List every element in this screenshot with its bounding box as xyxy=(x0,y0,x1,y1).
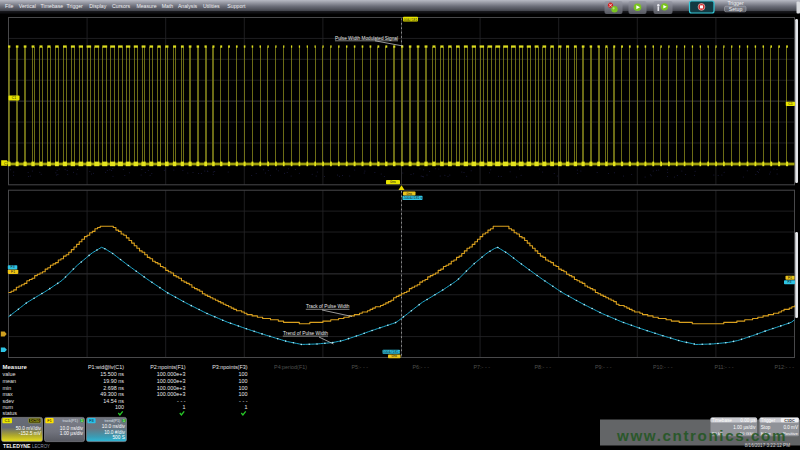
svg-text:-500&#181;s: -500&#181;s xyxy=(382,350,402,354)
svg-text:1.00 µs/div: 1.00 µs/div xyxy=(60,431,84,436)
svg-text:sdev: sdev xyxy=(3,398,15,404)
svg-text:Support: Support xyxy=(227,3,246,9)
svg-text:0.00 µs: 0.00 µs xyxy=(740,418,756,423)
svg-text:Trigger: Trigger xyxy=(67,3,84,9)
svg-text:1: 1 xyxy=(245,404,248,410)
svg-text:P5:- - -: P5:- - - xyxy=(352,364,369,370)
svg-text:P6:- - -: P6:- - - xyxy=(413,364,430,370)
svg-text:0ns: 0ns xyxy=(392,354,398,358)
svg-text:F1: F1 xyxy=(47,418,52,423)
svg-text:C1: C1 xyxy=(4,162,8,166)
svg-text:P2:npoints(F1): P2:npoints(F1) xyxy=(150,364,186,370)
svg-text:0ns: 0ns xyxy=(407,192,413,196)
svg-text:LECROY: LECROY xyxy=(32,443,50,449)
svg-text:Measure: Measure xyxy=(136,3,156,9)
svg-text:19.90 ns: 19.90 ns xyxy=(103,378,124,384)
svg-text:1: 1 xyxy=(183,404,186,410)
svg-text:-500&#181;s: -500&#181;s xyxy=(403,196,423,200)
svg-text:F3: F3 xyxy=(11,265,15,269)
svg-text:status: status xyxy=(3,410,18,416)
svg-text:Utilities: Utilities xyxy=(203,3,220,9)
svg-text:Vertical: Vertical xyxy=(19,3,36,9)
svg-text:100: 100 xyxy=(239,391,248,397)
svg-text:value: value xyxy=(3,371,16,377)
svg-text:F1: F1 xyxy=(11,270,15,274)
svg-text:C1: C1 xyxy=(5,418,11,423)
svg-text:500 S: 500 S xyxy=(112,435,125,440)
svg-text:max: max xyxy=(3,391,13,397)
svg-text:14.54 ns: 14.54 ns xyxy=(103,398,124,404)
svg-text:min: min xyxy=(3,385,12,391)
svg-text:- - -: - - - xyxy=(239,398,248,404)
svg-text:num: num xyxy=(3,404,14,410)
svg-text:Trigger: Trigger xyxy=(761,418,776,423)
svg-text:Display: Display xyxy=(89,3,106,9)
svg-text:- - -: - - - xyxy=(177,398,186,404)
svg-text:P1:wid@lv(C1): P1:wid@lv(C1) xyxy=(88,364,124,370)
svg-text:P8:- - -: P8:- - - xyxy=(535,364,552,370)
svg-text:1: 1 xyxy=(81,419,83,423)
svg-text:F1: F1 xyxy=(788,276,792,280)
svg-text:100.000e+3: 100.000e+3 xyxy=(157,371,186,377)
svg-text:P7:- - -: P7:- - - xyxy=(474,364,491,370)
svg-text:10.0 ns/div: 10.0 ns/div xyxy=(60,426,84,431)
svg-text:P12:- - -: P12:- - - xyxy=(775,364,795,370)
svg-text:File: File xyxy=(5,3,13,9)
svg-text:DC50: DC50 xyxy=(30,419,39,423)
svg-text:mean: mean xyxy=(3,378,17,384)
svg-text:2.698 ns: 2.698 ns xyxy=(103,385,124,391)
svg-text:100: 100 xyxy=(239,385,248,391)
svg-text:Measure: Measure xyxy=(3,364,28,370)
svg-text:Trend of Pulse Width: Trend of Pulse Width xyxy=(283,330,328,336)
svg-text:P9:- - -: P9:- - - xyxy=(595,364,612,370)
svg-text:F3: F3 xyxy=(89,418,94,423)
svg-text:Analysis: Analysis xyxy=(178,3,198,9)
svg-text:TELEDYNE: TELEDYNE xyxy=(3,443,31,449)
svg-text:Setup: Setup xyxy=(729,6,743,12)
svg-text:49.300 ns: 49.300 ns xyxy=(100,391,124,397)
svg-text:C1: C1 xyxy=(12,96,16,100)
svg-text:100.000e+3: 100.000e+3 xyxy=(157,385,186,391)
svg-text:10.0 ns/div: 10.0 ns/div xyxy=(102,424,126,429)
svg-text:P11:- - -: P11:- - - xyxy=(714,364,733,370)
svg-text:100.000e+3: 100.000e+3 xyxy=(157,378,186,384)
svg-text:15.500 ns: 15.500 ns xyxy=(100,371,124,377)
svg-text:100: 100 xyxy=(239,371,248,377)
svg-text:8/16/2017 3:22:12 PM: 8/16/2017 3:22:12 PM xyxy=(745,443,790,448)
svg-text:P10:- - -: P10:- - - xyxy=(653,364,673,370)
svg-text:0ns: 0ns xyxy=(390,180,396,184)
svg-text:Math: Math xyxy=(162,3,174,9)
svg-text:C1: C1 xyxy=(788,102,792,106)
svg-text:F3: F3 xyxy=(788,280,792,284)
svg-text:10.0 #/div: 10.0 #/div xyxy=(104,430,125,435)
svg-text:1: 1 xyxy=(123,419,125,423)
svg-text:trend(P1): trend(P1) xyxy=(105,419,122,423)
svg-text:100: 100 xyxy=(115,404,124,410)
svg-text:Timebase: Timebase xyxy=(712,418,732,423)
svg-text:track(P1): track(P1) xyxy=(63,419,79,423)
svg-text:C1DC: C1DC xyxy=(784,419,795,423)
svg-text:50.0 mV/div: 50.0 mV/div xyxy=(16,426,42,431)
svg-text:P4:period(F1): P4:period(F1) xyxy=(274,364,307,370)
svg-text:-152.5 mV: -152.5 mV xyxy=(19,431,42,436)
svg-text:Cursors: Cursors xyxy=(112,3,131,9)
svg-text:100: 100 xyxy=(239,378,248,384)
svg-text:www.cntronics.com: www.cntronics.com xyxy=(616,427,787,444)
svg-text:Pulse Width Modulated Signal: Pulse Width Modulated Signal xyxy=(335,35,398,41)
svg-text:Track of Pulse Width: Track of Pulse Width xyxy=(306,303,350,309)
svg-text:100.000e+3: 100.000e+3 xyxy=(157,391,186,397)
svg-text:0.00&#181;s: 0.00&#181;s xyxy=(401,18,420,22)
svg-text:Timebase: Timebase xyxy=(41,3,64,9)
svg-text:P3:npoints(F3): P3:npoints(F3) xyxy=(212,364,248,370)
